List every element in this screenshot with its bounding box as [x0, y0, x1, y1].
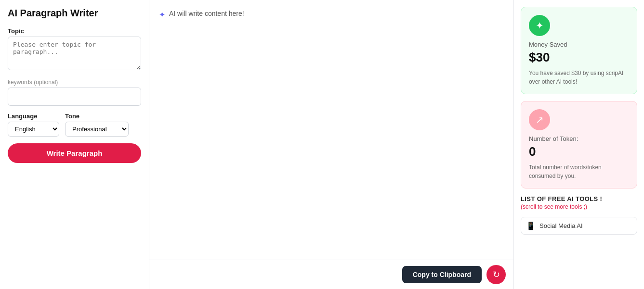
left-panel: AI Paragraph Writer Topic keywords (opti… — [0, 0, 149, 289]
selects-row: Language English Spanish French German I… — [8, 113, 141, 137]
topic-textarea[interactable] — [8, 37, 141, 70]
content-area: ✦ AI will write content here! — [149, 0, 513, 260]
language-label: Language — [8, 113, 59, 120]
keywords-field: keywords (optional) — [8, 78, 141, 106]
social-media-ai-label: Social Media AI — [539, 222, 583, 229]
topic-field: Topic — [8, 27, 141, 72]
tone-select[interactable]: Professional Casual Friendly Formal Humo… — [65, 122, 129, 137]
money-saved-card: ✦ Money Saved $30 You have saved $30 by … — [521, 7, 637, 94]
app-title: AI Paragraph Writer — [8, 8, 141, 19]
language-select[interactable]: English Spanish French German Italian — [8, 122, 59, 137]
money-saved-icon: ✦ — [536, 20, 544, 31]
keywords-input[interactable] — [8, 88, 141, 106]
social-media-ai-item[interactable]: 📱 Social Media AI — [521, 217, 637, 235]
token-icon-wrapper: ↗ — [529, 109, 550, 130]
free-tools-title: LIST OF FREE AI TOOLS ! — [521, 195, 637, 202]
bottom-bar: Copy to Clipboard ↻ — [149, 260, 513, 289]
copy-to-clipboard-button[interactable]: Copy to Clipboard — [402, 266, 482, 283]
token-value: 0 — [529, 144, 629, 159]
ai-placeholder: ✦ AI will write content here! — [159, 10, 504, 19]
token-card: ↗ Number of Token: 0 Total number of wor… — [521, 101, 637, 188]
money-saved-icon-wrapper: ✦ — [529, 15, 550, 36]
token-subtitle: Number of Token: — [529, 135, 629, 142]
free-tools-section: LIST OF FREE AI TOOLS ! (scroll to see m… — [521, 195, 637, 210]
free-tools-scroll-hint: (scroll to see more tools ;) — [521, 203, 637, 210]
money-saved-subtitle: Money Saved — [529, 41, 629, 48]
money-saved-description: You have saved $30 by using scripAI over… — [529, 69, 629, 86]
center-panel: ✦ AI will write content here! Copy to Cl… — [149, 0, 514, 289]
token-description: Total number of words/token consumed by … — [529, 163, 629, 180]
write-paragraph-button[interactable]: Write Paragraph — [8, 143, 141, 163]
refresh-icon: ↻ — [493, 269, 500, 280]
tone-group: Tone Professional Casual Friendly Formal… — [65, 113, 129, 137]
money-saved-value: $30 — [529, 50, 629, 65]
language-group: Language English Spanish French German I… — [8, 113, 59, 137]
social-media-ai-icon: 📱 — [526, 221, 536, 230]
keywords-label: keywords (optional) — [8, 78, 141, 86]
token-icon: ↗ — [536, 114, 544, 126]
ai-placeholder-text: AI will write content here! — [169, 10, 244, 17]
right-panel: ✦ Money Saved $30 You have saved $30 by … — [514, 0, 644, 289]
tone-label: Tone — [65, 113, 129, 120]
topic-label: Topic — [8, 27, 141, 35]
refresh-button[interactable]: ↻ — [486, 265, 506, 284]
sparkle-icon: ✦ — [159, 10, 165, 19]
main-layout: AI Paragraph Writer Topic keywords (opti… — [0, 0, 644, 289]
